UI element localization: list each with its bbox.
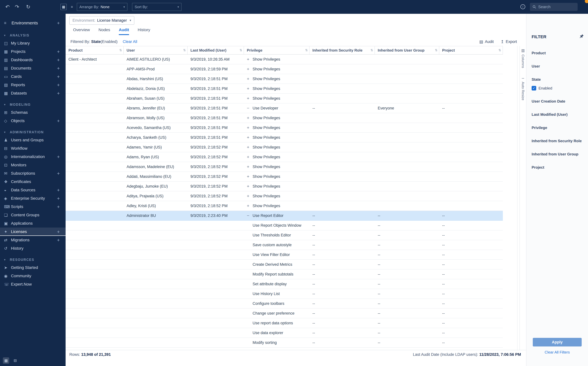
expand-icon[interactable]: + (247, 123, 253, 132)
checkbox-icon[interactable]: ✓ (532, 86, 536, 91)
sidebar-item-enterprise-security[interactable]: ◈Enterprise Security+ (0, 194, 66, 203)
sidebar-item-licenses[interactable]: ✦Licenses+ (0, 228, 66, 236)
column-header-inherited-from-user-group[interactable]: Inherited from User Group⇅ (375, 46, 439, 54)
list-view-icon[interactable]: ≡ (69, 4, 75, 10)
arrange-by-dropdown[interactable]: Arrange By: None ▾ (77, 3, 127, 11)
sidebar-item-dashboards[interactable]: ▥Dashboards+ (0, 56, 66, 64)
add-projects-button[interactable]: + (56, 49, 61, 54)
sidebar-item-certificates[interactable]: ❖Certificates (0, 177, 66, 186)
filter-field-user-creation-date[interactable]: User Creation Date (532, 99, 585, 104)
grid-view-icon[interactable]: ▦ (60, 4, 67, 10)
add-scripts-button[interactable]: + (56, 204, 61, 210)
sort-icon[interactable]: ⇅ (305, 48, 308, 52)
sort-icon[interactable]: ⇅ (499, 48, 501, 52)
filter-field-product[interactable]: Product (532, 51, 585, 55)
add-reports-button[interactable]: + (56, 82, 61, 88)
expand-icon[interactable]: + (247, 74, 253, 84)
table-row[interactable]: Addati, Massimiliano (EU)9/3/2019, 2:18:… (66, 172, 503, 182)
table-row[interactable]: Adames, Yamir (US)9/3/2019, 2:18:52 PM+S… (66, 143, 503, 152)
sidebar-item-migrations[interactable]: ⇄Migrations+ (0, 236, 66, 244)
add-data-sources-button[interactable]: + (56, 187, 61, 193)
table-row[interactable]: Use View Filter Editor------ (66, 250, 503, 260)
add-internationalization-button[interactable]: + (56, 154, 61, 160)
sidebar-item-cards[interactable]: ▭Cards+ (0, 72, 66, 81)
sidebar-item-data-sources[interactable]: ◒Data Sources+ (0, 186, 66, 194)
table-row[interactable]: Save custom autostyle------ (66, 240, 503, 250)
pin-icon[interactable] (579, 34, 584, 40)
filter-field-last-modified-user[interactable]: Last Modified (User) (532, 112, 585, 117)
filter-field-state[interactable]: State✓Enabled (532, 77, 585, 91)
sidebar-item-applications[interactable]: ▣Applications (0, 219, 66, 228)
column-header-inherited-from-security-role[interactable]: Inherited from Security Role⇅ (310, 46, 375, 54)
table-row[interactable]: Abrams, Jennifer (EU)9/3/2019, 2:18:51 P… (66, 103, 503, 113)
sidebar-item-subscriptions[interactable]: ✉Subscriptions+ (0, 169, 66, 177)
sidebar-item-internationalization[interactable]: ◎Internationalization+ (0, 152, 66, 161)
sidebar-item-projects[interactable]: ▦Projects+ (0, 47, 66, 56)
table-row[interactable]: Acharya, Sanketh (US)9/3/2019, 2:18:51 P… (66, 133, 503, 143)
table-row[interactable]: Aditya, Prajwala (US)9/3/2019, 2:18:52 P… (66, 191, 503, 201)
table-row[interactable]: Abramson, Molly (US)9/3/2019, 2:18:51 PM… (66, 113, 503, 123)
expand-icon[interactable]: + (247, 201, 253, 211)
audit-button[interactable]: ▤Audit (479, 39, 494, 44)
clear-all-filters-link[interactable]: Clear All Filters (526, 350, 588, 355)
tab-audit[interactable]: Audit (119, 28, 129, 35)
redo-icon[interactable]: ↷ (14, 4, 20, 10)
table-row[interactable]: Abraham, Susan (US)9/3/2019, 2:18:51 PM+… (66, 94, 503, 103)
add-cards-button[interactable]: + (56, 74, 61, 79)
add-documents-button[interactable]: + (56, 66, 61, 71)
table-row[interactable]: Abdas, Harshini (US)9/3/2019, 2:18:51 PM… (66, 74, 503, 84)
collapse-icon[interactable]: − (247, 103, 253, 113)
clear-all-link[interactable]: Clear All (123, 39, 137, 44)
sidebar-section-analysis[interactable]: ▾ANALYSIS (0, 32, 66, 39)
sidebar-item-environments[interactable]: ≡ Environments + (0, 18, 66, 28)
table-row[interactable]: Create Derived Metrics------ (66, 260, 503, 269)
table-row[interactable]: Use Report Objects Window------ (66, 221, 503, 230)
table-row[interactable]: Configure toolbars------ (66, 299, 503, 309)
sort-icon[interactable]: ⇅ (240, 48, 242, 52)
sort-icon[interactable]: ⇅ (183, 48, 186, 52)
tab-nodes[interactable]: Nodes (99, 28, 110, 35)
tab-history[interactable]: History (138, 28, 150, 35)
collapse-icon[interactable]: − (247, 211, 253, 220)
expand-icon[interactable]: + (247, 143, 253, 152)
table-row[interactable]: Acevedo, Samantha (US)9/3/2019, 2:18:51 … (66, 123, 503, 133)
sidebar-item-schemas[interactable]: ⊞Schemas (0, 108, 66, 117)
sidebar-item-my-library[interactable]: ◫My Library (0, 39, 66, 47)
sidebar-item-history[interactable]: ↺History (0, 244, 66, 252)
sort-by-dropdown[interactable]: Sort By: ▾ (132, 3, 182, 11)
add-licenses-button[interactable]: + (56, 229, 61, 235)
column-header-privilege[interactable]: Privilege⇅ (244, 46, 310, 54)
sort-icon[interactable]: ⇅ (119, 48, 122, 52)
filter-field-project[interactable]: Project (532, 165, 585, 170)
refresh-icon[interactable]: ↻ (25, 4, 31, 10)
table-row[interactable]: Set attribute display------ (66, 279, 503, 289)
column-header-user[interactable]: User⇅ (124, 46, 188, 54)
expand-icon[interactable]: + (247, 84, 253, 93)
search-input[interactable]: Search (530, 3, 578, 11)
sidebar-item-workflow[interactable]: ⊟Workflow (0, 144, 66, 152)
column-header-last-modified-user[interactable]: Last Modified (User)⇅ (188, 46, 244, 54)
sidebar-item-getting-started[interactable]: ➤Getting Started (0, 263, 66, 272)
table-row[interactable]: Modify sorting------ (66, 338, 503, 348)
expand-icon[interactable]: + (247, 54, 253, 64)
add-datasets-button[interactable]: + (56, 91, 61, 96)
add-subscriptions-button[interactable]: + (56, 171, 61, 176)
sidebar-item-users-and-groups[interactable]: ♟Users and Groups (0, 136, 66, 144)
environment-dropdown[interactable]: Environment: License Manager ▾ (69, 16, 134, 25)
sidebar-item-objects[interactable]: ◇Objects+ (0, 117, 66, 125)
sidebar-section-resources[interactable]: ▾RESOURCES (0, 256, 66, 263)
expand-icon[interactable]: + (247, 162, 253, 172)
expand-icon[interactable]: + (247, 191, 253, 201)
expand-icon[interactable]: + (247, 152, 253, 162)
export-button[interactable]: ↥Export (501, 39, 517, 44)
add-migrations-button[interactable]: + (56, 237, 61, 243)
add-dashboards-button[interactable]: + (56, 57, 61, 63)
expand-icon[interactable]: + (247, 64, 253, 74)
undo-icon[interactable]: ↶ (5, 4, 10, 10)
table-row[interactable]: Adley, Kristi (US)9/3/2019, 2:18:52 PM+S… (66, 201, 503, 211)
sidebar-item-scripts[interactable]: ⌨Scripts+ (0, 203, 66, 211)
apply-button[interactable]: Apply (533, 338, 582, 346)
filter-field-user[interactable]: User (532, 64, 585, 69)
table-row[interactable]: Adegbaju, Jumoke (EU)9/3/2019, 2:18:52 P… (66, 182, 503, 191)
table-row[interactable]: Modify Report subtotals------ (66, 269, 503, 279)
